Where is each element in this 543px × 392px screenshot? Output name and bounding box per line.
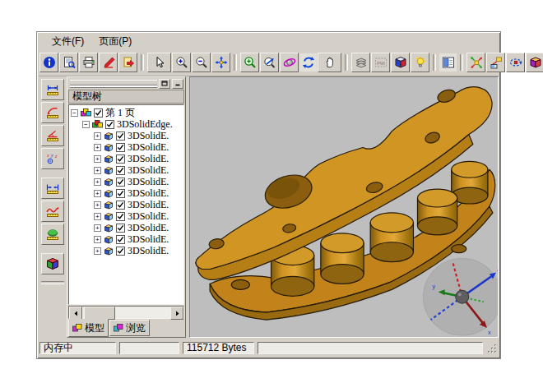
redline-icon [102, 56, 115, 69]
scrollbar-thumb[interactable] [84, 307, 115, 320]
menu-item[interactable]: 文件(F) [45, 34, 90, 49]
expand-icon[interactable]: + [94, 132, 101, 140]
panel-drag-grip[interactable] [70, 80, 157, 85]
tree-item-page[interactable]: − 第 1 页 [71, 107, 183, 118]
rotate-part-icon [509, 56, 522, 69]
pmi-button[interactable]: PMI [371, 53, 390, 72]
visibility-checkbox[interactable] [116, 212, 125, 221]
dim-curve-length-button[interactable] [41, 201, 64, 222]
select-cursor-button[interactable] [147, 53, 171, 72]
tab-label: 浏览 [126, 321, 146, 335]
scrollbar-track[interactable] [115, 307, 170, 318]
dim-curve-length-icon [46, 205, 59, 218]
tab-browse[interactable]: 浏览 [109, 320, 150, 336]
panel-header: 模型树 [68, 90, 184, 104]
info-button[interactable] [39, 53, 58, 72]
pan-hand-button[interactable] [318, 53, 341, 72]
zoom-dynamic-button[interactable] [260, 53, 279, 72]
orientation-trackball[interactable]: z x y [424, 259, 498, 335]
zoom-out-button[interactable] [192, 53, 211, 72]
tree-horizontal-scrollbar[interactable] [68, 306, 184, 319]
dim-area-button[interactable] [41, 224, 64, 245]
layers-button[interactable] [351, 53, 370, 72]
visibility-checkbox[interactable] [116, 224, 125, 233]
tab-model[interactable]: 模型 [68, 319, 109, 337]
visibility-checkbox[interactable] [116, 143, 125, 152]
select-cursor-icon [153, 56, 166, 69]
expand-icon[interactable]: + [94, 213, 101, 220]
visibility-checkbox[interactable] [105, 120, 114, 129]
pan-arrows-button[interactable] [211, 53, 230, 72]
collapse-icon[interactable]: − [82, 121, 90, 128]
dim-angle-button[interactable] [41, 125, 64, 146]
redline-button[interactable] [99, 53, 118, 72]
expand-icon[interactable]: + [94, 167, 101, 174]
part-icon [104, 235, 114, 244]
expand-icon[interactable]: + [94, 144, 101, 151]
visibility-checkbox[interactable] [116, 178, 125, 187]
print-preview-button[interactable] [59, 53, 78, 72]
panel-restore-button[interactable] [159, 79, 170, 89]
expand-icon[interactable]: + [94, 155, 101, 163]
dim-coordinate-button[interactable]: xyz [41, 148, 64, 169]
explode-button[interactable] [466, 53, 485, 72]
tree-item-part[interactable]: + 3DSolidE. [71, 245, 183, 256]
visibility-checkbox[interactable] [116, 235, 125, 244]
tree-item-assembly[interactable]: − 3DSolidEdge. [71, 118, 183, 130]
menu-item[interactable]: 页面(P) [92, 34, 138, 49]
tree-item-part[interactable]: + 3DSolidE. [71, 187, 183, 199]
tree-item-part[interactable]: + 3DSolidE. [71, 222, 183, 233]
viewport-3d[interactable]: z x y [189, 76, 499, 338]
visibility-checkbox[interactable] [116, 131, 125, 141]
visibility-checkbox[interactable] [94, 108, 103, 118]
collapse-icon[interactable]: − [71, 109, 78, 117]
panel-tabs: 模型 浏览 [68, 319, 184, 336]
tree-item-label: 3DSolidE. [128, 176, 169, 188]
tree-item-part[interactable]: + 3DSolidE. [71, 176, 183, 187]
export-button[interactable] [118, 53, 137, 72]
panel-hide-button[interactable] [172, 79, 183, 89]
tree-item-part[interactable]: + 3DSolidE. [71, 153, 183, 164]
tree-item-part[interactable]: + 3DSolidE. [71, 164, 183, 176]
tree-item-part[interactable]: + 3DSolidE. [71, 233, 183, 245]
expand-icon[interactable]: + [94, 178, 101, 186]
tree-item-part[interactable]: + 3DSolidE. [71, 141, 183, 153]
dim-coordinate-icon: xyz [46, 152, 59, 165]
dim-radius-button[interactable] [41, 102, 64, 123]
model-tree[interactable]: − 第 1 页 − 3DSolidEdge. [68, 104, 184, 305]
scroll-right-button[interactable] [170, 307, 183, 320]
orbit-button[interactable] [280, 53, 299, 72]
expand-icon[interactable]: + [94, 247, 101, 255]
scroll-left-button[interactable] [69, 307, 82, 320]
main-toolbar: PMI BOM [39, 49, 499, 76]
roller [417, 189, 457, 235]
rotate-view-button[interactable] [299, 53, 317, 71]
box-3d-button[interactable] [526, 53, 543, 72]
tree-item-part[interactable]: + 3DSolidE. [71, 199, 183, 210]
tree-item-part[interactable]: + 3DSolidE. [71, 130, 183, 141]
move-part-button[interactable] [486, 53, 505, 72]
visibility-checkbox[interactable] [116, 201, 125, 210]
zoom-window-button[interactable] [240, 53, 259, 72]
dim-volume-button[interactable] [41, 253, 64, 274]
rotate-part-button[interactable] [506, 53, 525, 72]
zoom-in-button[interactable] [172, 53, 191, 72]
light-button[interactable] [411, 53, 429, 72]
visibility-checkbox[interactable] [116, 154, 125, 164]
panel-toggle-button[interactable] [439, 53, 457, 71]
part-icon [104, 154, 114, 164]
resize-grip-icon [487, 344, 498, 354]
tree-item-part[interactable]: + 3DSolidE. [71, 210, 183, 222]
expand-icon[interactable]: + [94, 190, 101, 197]
resize-grip[interactable] [486, 342, 498, 354]
visibility-checkbox[interactable] [116, 247, 125, 256]
expand-icon[interactable]: + [94, 236, 101, 243]
visibility-checkbox[interactable] [116, 166, 125, 175]
print-button[interactable] [79, 53, 98, 72]
expand-icon[interactable]: + [94, 224, 101, 232]
visibility-checkbox[interactable] [116, 189, 125, 198]
dim-linear-button[interactable] [41, 79, 64, 100]
view-cube-button[interactable] [391, 53, 410, 72]
expand-icon[interactable]: + [94, 201, 101, 209]
dim-distance-button[interactable] [41, 178, 64, 199]
